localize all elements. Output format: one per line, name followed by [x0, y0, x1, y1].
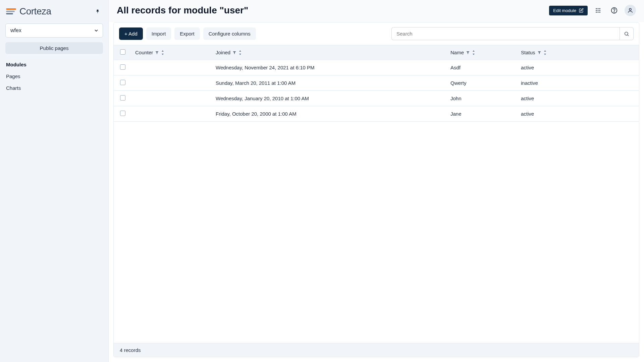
user-menu-button[interactable] — [625, 5, 636, 16]
cell-name: Jane — [447, 106, 518, 122]
configure-columns-button[interactable]: Configure columns — [203, 27, 256, 40]
cell-counter — [132, 60, 212, 75]
table-row[interactable]: Friday, October 20, 2000 at 1:00 AMJanea… — [114, 106, 639, 122]
logo-text: Corteza — [19, 6, 51, 17]
public-pages-label: Public pages — [40, 45, 69, 51]
toolbar: + Add Import Export Configure columns — [114, 22, 639, 45]
column-label: Status — [521, 50, 535, 55]
help-icon — [611, 7, 618, 14]
sidebar-nav: Modules Pages Charts — [4, 59, 104, 94]
sidebar-item-charts[interactable]: Charts — [6, 82, 102, 94]
column-header-name[interactable]: Name — [447, 45, 518, 60]
cell-status: active — [518, 60, 639, 75]
table-row[interactable]: Wednesday, November 24, 2021 at 6:10 PMA… — [114, 60, 639, 75]
apps-button[interactable] — [592, 5, 604, 16]
svg-point-6 — [596, 12, 597, 13]
cell-joined: Friday, October 20, 2000 at 1:00 AM — [212, 106, 447, 122]
select-all-checkbox[interactable] — [120, 49, 125, 55]
column-header-select-all[interactable] — [114, 45, 132, 60]
cell-counter — [132, 106, 212, 122]
filter-icon[interactable] — [155, 51, 159, 55]
public-pages-button[interactable]: Public pages — [5, 42, 103, 54]
table-row[interactable]: Sunday, March 20, 2011 at 1:00 AMQwertyi… — [114, 75, 639, 91]
user-icon — [627, 7, 633, 13]
row-select-cell[interactable] — [114, 91, 132, 106]
cell-name: Asdf — [447, 60, 518, 75]
column-label: Joined — [216, 50, 230, 55]
search-button[interactable] — [620, 27, 634, 40]
column-header-counter[interactable]: Counter — [132, 45, 212, 60]
table-row[interactable]: Wednesday, January 20, 2010 at 1:00 AMJo… — [114, 91, 639, 106]
help-button[interactable] — [608, 5, 620, 16]
sort-icon[interactable] — [543, 50, 547, 55]
row-select-cell[interactable] — [114, 106, 132, 122]
cell-status: inactive — [518, 75, 639, 91]
row-select-cell[interactable] — [114, 75, 132, 91]
logo-mark-icon — [6, 8, 16, 14]
column-header-joined[interactable]: Joined — [212, 45, 447, 60]
svg-point-1 — [598, 8, 599, 9]
content-wrap: + Add Import Export Configure columns — [109, 22, 644, 362]
row-checkbox[interactable] — [120, 95, 125, 101]
import-button[interactable]: Import — [146, 27, 171, 40]
cell-joined: Sunday, March 20, 2011 at 1:00 AM — [212, 75, 447, 91]
pin-sidebar-button[interactable] — [93, 7, 102, 16]
search-input[interactable] — [391, 27, 620, 40]
sidebar-header: Corteza — [4, 4, 104, 21]
sort-icon[interactable] — [238, 50, 242, 55]
sidebar-item-label: Pages — [6, 73, 20, 79]
sidebar: Corteza Public pages Modules Pages Chart… — [0, 0, 109, 362]
svg-point-10 — [614, 12, 614, 12]
edit-module-button[interactable]: Edit module — [549, 6, 588, 15]
row-select-cell[interactable] — [114, 60, 132, 75]
svg-point-8 — [599, 12, 600, 13]
row-checkbox[interactable] — [120, 80, 125, 85]
records-table: Counter Joined — [114, 45, 639, 122]
sort-icon[interactable] — [472, 50, 475, 55]
search-icon — [624, 31, 629, 37]
table-wrap: Counter Joined — [114, 45, 639, 343]
cell-name: John — [447, 91, 518, 106]
svg-point-2 — [599, 8, 600, 9]
export-button[interactable]: Export — [174, 27, 200, 40]
svg-point-12 — [625, 32, 628, 35]
apps-grid-icon — [595, 7, 601, 13]
search-group — [391, 27, 634, 40]
cell-counter — [132, 91, 212, 106]
table-footer: 4 records — [114, 343, 639, 357]
svg-point-7 — [598, 12, 599, 13]
toolbar-right — [391, 27, 634, 40]
sort-icon[interactable] — [161, 50, 164, 55]
column-header-status[interactable]: Status — [518, 45, 639, 60]
svg-point-0 — [596, 8, 597, 9]
sidebar-item-pages[interactable]: Pages — [6, 70, 102, 82]
topbar: All records for module "user" Edit modul… — [109, 0, 644, 22]
column-label: Counter — [135, 50, 153, 55]
column-label: Name — [450, 50, 464, 55]
row-checkbox[interactable] — [120, 64, 125, 70]
cell-status: active — [518, 91, 639, 106]
add-button[interactable]: + Add — [119, 27, 143, 40]
filter-icon[interactable] — [232, 51, 236, 55]
namespace-select[interactable] — [5, 23, 103, 38]
record-count: 4 records — [120, 347, 141, 353]
svg-point-5 — [599, 10, 600, 11]
toolbar-left: + Add Import Export Configure columns — [119, 27, 256, 40]
filter-icon[interactable] — [537, 51, 541, 55]
svg-line-13 — [628, 35, 629, 36]
sidebar-item-label: Modules — [6, 62, 26, 67]
row-checkbox[interactable] — [120, 111, 125, 116]
cell-name: Qwerty — [447, 75, 518, 91]
sidebar-item-modules[interactable]: Modules — [6, 59, 102, 70]
logo[interactable]: Corteza — [6, 6, 51, 17]
main: All records for module "user" Edit modul… — [109, 0, 644, 362]
svg-point-3 — [596, 10, 597, 11]
edit-icon — [579, 8, 584, 13]
svg-point-11 — [629, 8, 631, 10]
filter-icon[interactable] — [466, 51, 470, 55]
cell-joined: Wednesday, January 20, 2010 at 1:00 AM — [212, 91, 447, 106]
topbar-actions: Edit module — [549, 5, 636, 16]
namespace-input[interactable] — [5, 23, 103, 38]
pin-icon — [95, 9, 100, 14]
svg-point-4 — [598, 10, 599, 11]
